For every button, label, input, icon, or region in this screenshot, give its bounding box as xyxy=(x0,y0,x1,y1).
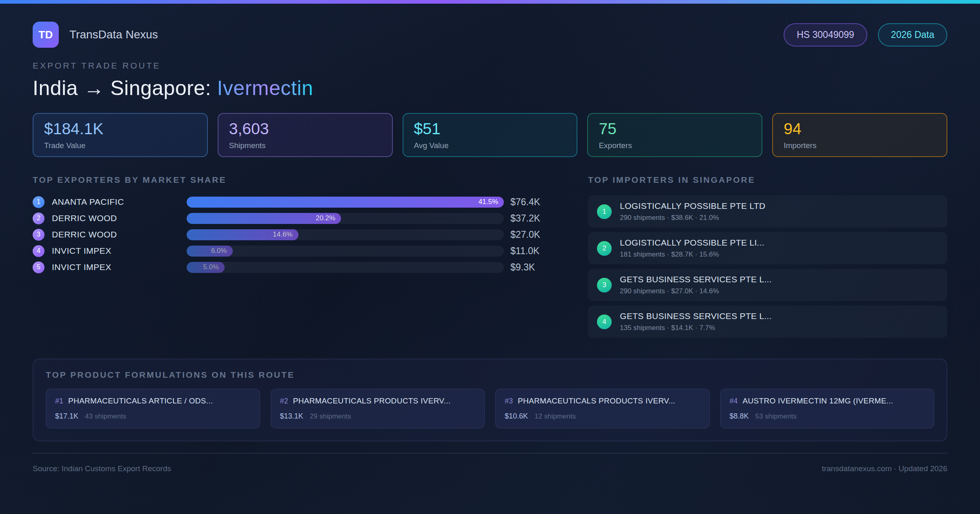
exporter-value: $27.0K xyxy=(510,229,555,240)
stat-value: 3,603 xyxy=(229,120,381,138)
exporters-section: TOP EXPORTERS BY MARKET SHARE 1 ANANTA P… xyxy=(33,175,555,278)
exporter-value: $9.3K xyxy=(510,262,555,273)
exporter-name: INVICT IMPEX xyxy=(52,262,187,272)
product-name: PHARMACEUTICALS PRODUCTS IVERV... xyxy=(518,397,675,405)
stat-value: $184.1K xyxy=(44,120,196,138)
exporter-name: DERRIC WOOD xyxy=(52,230,187,239)
stat-label: Avg Value xyxy=(414,141,566,150)
product-name: PHARMACEUTICALS ARTICLE / ODS... xyxy=(68,397,213,405)
exporter-row[interactable]: 5 INVICT IMPEX 5.0% $9.3K xyxy=(33,261,555,273)
product-shipments: 53 shipments xyxy=(755,412,797,421)
importers-list: 1 LOGISTICALLY POSSIBLE PTE LTD 290 ship… xyxy=(588,195,947,338)
exporter-row[interactable]: 3 DERRIC WOOD 14.6% $27.0K xyxy=(33,229,555,240)
share-percent-label: 41.5% xyxy=(479,198,504,206)
product-text: Ivermectin xyxy=(217,77,313,100)
stat-card-shipments: 3,603 Shipments xyxy=(218,113,393,157)
product-value: $13.1K xyxy=(280,412,303,421)
stat-label: Importers xyxy=(784,141,936,150)
source-text: Source: Indian Customs Export Records xyxy=(33,464,171,473)
top-accent-bar xyxy=(0,0,980,4)
market-share-bar-track: 20.2% xyxy=(187,213,504,224)
importer-row[interactable]: 2 LOGISTICALLY POSSIBLE PTE LI... 181 sh… xyxy=(588,232,947,264)
market-share-bar-track: 41.5% xyxy=(187,197,504,208)
importer-row[interactable]: 1 LOGISTICALLY POSSIBLE PTE LTD 290 ship… xyxy=(588,195,947,228)
exporter-name: INVICT IMPEX xyxy=(52,246,187,256)
exporter-row[interactable]: 2 DERRIC WOOD 20.2% $37.2K xyxy=(33,213,555,224)
page-title: India → Singapore: Ivermectin xyxy=(33,76,947,100)
exporter-value: $11.0K xyxy=(510,246,555,257)
product-shipments: 12 shipments xyxy=(535,412,576,421)
rank-badge: 5 xyxy=(33,261,45,273)
market-share-bar-track: 14.6% xyxy=(187,229,504,240)
product-card[interactable]: #1 PHARMACEUTICALS ARTICLE / ODS... $17.… xyxy=(46,389,260,428)
app-logo: TD xyxy=(33,22,59,48)
share-percent-label: 5.0% xyxy=(203,263,225,271)
importer-row[interactable]: 4 GETS BUSINESS SERVICES PTE L... 135 sh… xyxy=(588,306,947,338)
rank-badge: 4 xyxy=(597,315,612,329)
share-percent-label: 6.0% xyxy=(211,247,233,255)
product-rank: #3 xyxy=(505,397,513,405)
share-percent-label: 20.2% xyxy=(316,214,341,222)
importer-row[interactable]: 3 GETS BUSINESS SERVICES PTE L... 290 sh… xyxy=(588,269,947,301)
footer: Source: Indian Customs Export Records tr… xyxy=(33,453,947,473)
product-rank: #4 xyxy=(730,397,738,405)
hs-code-badge[interactable]: HS 30049099 xyxy=(784,23,867,47)
product-card[interactable]: #2 PHARMACEUTICALS PRODUCTS IVERV... $13… xyxy=(271,389,485,428)
importers-section-title: TOP IMPORTERS IN SINGAPORE xyxy=(588,175,947,185)
importer-meta: 290 shipments · $38.6K · 21.0% xyxy=(620,214,766,222)
products-section-title: TOP PRODUCT FORMULATIONS ON THIS ROUTE xyxy=(46,370,934,380)
product-cards: #1 PHARMACEUTICALS ARTICLE / ODS... $17.… xyxy=(46,389,934,428)
data-year-badge[interactable]: 2026 Data xyxy=(878,23,947,47)
product-card[interactable]: #3 PHARMACEUTICALS PRODUCTS IVERV... $10… xyxy=(495,389,710,428)
rank-badge: 1 xyxy=(597,204,612,219)
importer-meta: 135 shipments · $14.1K · 7.7% xyxy=(620,324,772,332)
rank-badge: 3 xyxy=(33,229,45,241)
stat-value: $51 xyxy=(414,120,566,138)
stat-card-trade-value: $184.1K Trade Value xyxy=(33,113,208,157)
market-share-bar-track: 6.0% xyxy=(187,246,504,257)
importers-section: TOP IMPORTERS IN SINGAPORE 1 LOGISTICALL… xyxy=(588,175,947,342)
stat-cards: $184.1K Trade Value 3,603 Shipments $51 … xyxy=(33,113,947,157)
importer-name: LOGISTICALLY POSSIBLE PTE LI... xyxy=(620,238,764,248)
stat-value: 94 xyxy=(784,120,936,138)
product-value: $10.6K xyxy=(505,412,528,421)
stat-label: Exporters xyxy=(599,141,751,150)
products-panel: TOP PRODUCT FORMULATIONS ON THIS ROUTE #… xyxy=(33,359,947,441)
importer-meta: 290 shipments · $27.0K · 14.6% xyxy=(620,287,772,295)
importer-meta: 181 shipments · $28.7K · 15.6% xyxy=(620,250,764,259)
market-share-bar: 6.0% xyxy=(187,246,233,257)
product-name: AUSTRO IVERMECTIN 12MG (IVERME... xyxy=(743,397,893,405)
product-value: $17.1K xyxy=(55,412,78,421)
exporters-section-title: TOP EXPORTERS BY MARKET SHARE xyxy=(33,175,555,185)
header: TD TransData Nexus HS 30049099 2026 Data xyxy=(33,22,947,48)
stat-card-importers: 94 Importers xyxy=(772,113,947,157)
brand: TD TransData Nexus xyxy=(33,22,158,48)
share-percent-label: 14.6% xyxy=(273,230,298,239)
product-card[interactable]: #4 AUSTRO IVERMECTIN 12MG (IVERME... $8.… xyxy=(720,389,935,428)
rank-badge: 2 xyxy=(33,213,45,224)
exporter-value: $76.4K xyxy=(510,197,555,208)
product-value: $8.8K xyxy=(730,412,749,421)
product-shipments: 43 shipments xyxy=(85,412,126,421)
logo-text: TD xyxy=(38,29,53,41)
market-share-bar: 5.0% xyxy=(187,262,225,273)
exporter-row[interactable]: 1 ANANTA PACIFIC 41.5% $76.4K xyxy=(33,196,555,208)
market-share-bar-track: 5.0% xyxy=(187,262,504,273)
rank-badge: 3 xyxy=(597,278,612,292)
stat-value: 75 xyxy=(599,120,751,138)
importer-name: GETS BUSINESS SERVICES PTE L... xyxy=(620,311,772,321)
stat-label: Trade Value xyxy=(44,141,196,150)
exporter-name: DERRIC WOOD xyxy=(52,213,187,223)
product-shipments: 29 shipments xyxy=(310,412,351,421)
market-share-bar: 14.6% xyxy=(187,229,298,240)
exporter-name: ANANTA PACIFIC xyxy=(52,197,187,207)
stat-card-exporters: 75 Exporters xyxy=(587,113,762,157)
eyebrow-label: EXPORT TRADE ROUTE xyxy=(33,61,947,71)
importer-name: GETS BUSINESS SERVICES PTE L... xyxy=(620,275,772,284)
exporters-list: 1 ANANTA PACIFIC 41.5% $76.4K 2 DERRIC W… xyxy=(33,196,555,273)
exporter-row[interactable]: 4 INVICT IMPEX 6.0% $11.0K xyxy=(33,245,555,257)
rank-badge: 1 xyxy=(33,196,45,208)
stat-card-avg-value: $51 Avg Value xyxy=(403,113,578,157)
site-text: transdatanexus.com · Updated 2026 xyxy=(822,464,947,473)
product-rank: #1 xyxy=(55,397,63,405)
